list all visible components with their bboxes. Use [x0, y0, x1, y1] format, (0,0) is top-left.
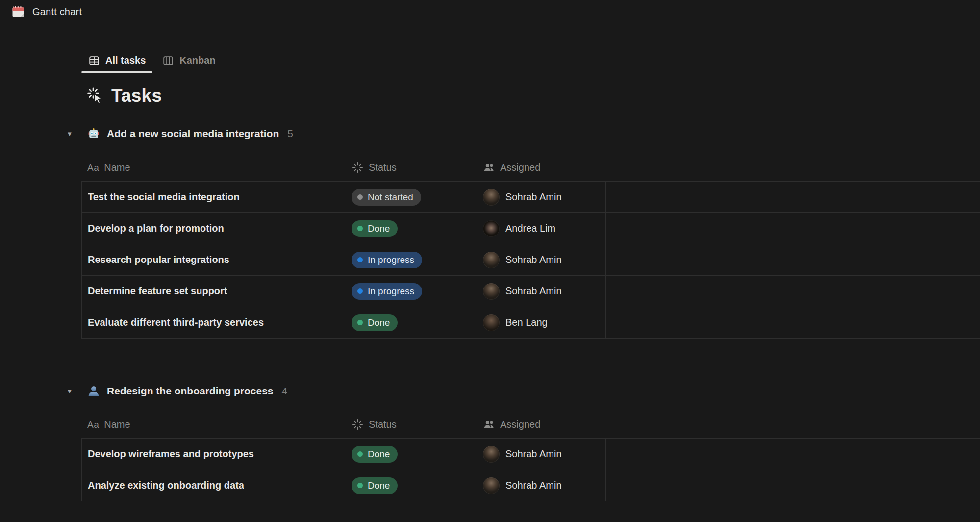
tab-label: All tasks [105, 55, 146, 66]
group-title-link[interactable]: Redesign the onboarding process [107, 385, 274, 397]
status-label: Not started [368, 192, 413, 203]
status-label: Done [368, 480, 390, 491]
table-header-row: Aa Name Status [81, 154, 980, 182]
column-header-name[interactable]: Aa Name [81, 154, 343, 181]
name-cell[interactable]: Determine feature set support [81, 276, 343, 307]
status-cell[interactable]: Done [343, 307, 471, 338]
row-spacer [606, 439, 980, 470]
status-label: Done [368, 317, 390, 328]
assignee-name: Sohrab Amin [505, 286, 562, 297]
collapse-toggle-icon[interactable]: ▼ [64, 130, 75, 138]
assigned-cell[interactable]: Sohrab Amin [471, 470, 606, 501]
table-icon [88, 55, 100, 67]
database-heading: Tasks [86, 83, 162, 108]
status-dot-icon [357, 257, 363, 262]
bust-silhouette-emoji [87, 385, 100, 397]
status-badge[interactable]: Done [352, 446, 398, 463]
status-badge[interactable]: Done [352, 477, 398, 494]
avatar [483, 252, 500, 268]
robot-emoji [87, 128, 100, 140]
row-spacer [606, 244, 980, 275]
group-title-link[interactable]: Add a new social media integration [107, 128, 279, 140]
status-badge[interactable]: In progress [352, 252, 422, 268]
avatar [483, 477, 500, 494]
tab-all-tasks[interactable]: All tasks [81, 50, 152, 72]
column-label: Status [369, 162, 397, 173]
avatar [483, 283, 500, 300]
name-cell[interactable]: Develop wireframes and prototypes [81, 439, 343, 470]
assigned-cell[interactable]: Sohrab Amin [471, 439, 606, 470]
column-label: Name [104, 419, 130, 430]
group-count: 5 [287, 128, 293, 140]
status-dot-icon [357, 451, 363, 457]
people-icon [483, 418, 495, 431]
table-row[interactable]: Analyze existing onboarding data Done So… [81, 470, 980, 501]
group-header: ▼ Add a new social media integration 5 [0, 124, 980, 144]
people-icon [483, 161, 495, 174]
status-cell[interactable]: Done [343, 470, 471, 501]
column-header-spacer [606, 154, 980, 181]
page-header: Gantt chart [11, 5, 82, 19]
status-badge[interactable]: Not started [352, 189, 421, 206]
assigned-cell[interactable]: Andrea Lim [471, 213, 606, 244]
click-cursor-icon[interactable] [86, 87, 104, 104]
task-name-link[interactable]: Analyze existing onboarding data [88, 480, 244, 491]
task-name-link[interactable]: Develop wireframes and prototypes [88, 448, 254, 460]
table-row[interactable]: Research popular integrations In progres… [81, 244, 980, 276]
task-name-link[interactable]: Determine feature set support [88, 286, 227, 297]
row-spacer [606, 470, 980, 501]
status-label: Done [368, 449, 390, 460]
tab-kanban[interactable]: Kanban [155, 50, 222, 72]
assignee-name: Sohrab Amin [505, 448, 562, 460]
status-dot-icon [357, 320, 363, 325]
collapse-toggle-icon[interactable]: ▼ [64, 388, 75, 395]
assigned-cell[interactable]: Ben Lang [471, 307, 606, 338]
status-dot-icon [357, 194, 363, 200]
column-header-status[interactable]: Status [343, 411, 471, 438]
table-header-row: Aa Name Status [81, 411, 980, 439]
status-cell[interactable]: Done [343, 213, 471, 244]
tab-label: Kanban [179, 55, 215, 66]
status-badge[interactable]: Done [352, 314, 398, 331]
assignee-name: Sohrab Amin [505, 254, 562, 265]
task-name-link[interactable]: Evaluate different third-party services [88, 317, 264, 328]
name-cell[interactable]: Develop a plan for promotion [81, 213, 343, 244]
assignee-name: Sohrab Amin [505, 191, 562, 203]
name-cell[interactable]: Analyze existing onboarding data [81, 470, 343, 501]
status-label: Done [368, 223, 390, 234]
table-row[interactable]: Determine feature set support In progres… [81, 276, 980, 307]
table-row[interactable]: Evaluate different third-party services … [81, 307, 980, 339]
status-cell[interactable]: In progress [343, 276, 471, 307]
column-label: Status [369, 419, 397, 430]
task-name-link[interactable]: Test the social media integration [88, 191, 240, 203]
assigned-cell[interactable]: Sohrab Amin [471, 276, 606, 307]
column-header-assigned[interactable]: Assigned [471, 411, 606, 438]
column-header-assigned[interactable]: Assigned [471, 154, 606, 181]
table-row[interactable]: Test the social media integration Not st… [81, 182, 980, 213]
column-header-status[interactable]: Status [343, 154, 471, 181]
spiral-calendar-icon[interactable] [11, 5, 25, 19]
task-name-link[interactable]: Research popular integrations [88, 254, 229, 265]
name-cell[interactable]: Test the social media integration [81, 182, 343, 212]
name-cell[interactable]: Research popular integrations [81, 244, 343, 275]
group-header: ▼ Redesign the onboarding process 4 [0, 381, 980, 401]
board-icon [162, 55, 174, 67]
name-cell[interactable]: Evaluate different third-party services [81, 307, 343, 338]
page-title: Gantt chart [32, 6, 82, 18]
table-row[interactable]: Develop a plan for promotion Done Andrea… [81, 213, 980, 244]
tasks-table: Aa Name Status [81, 411, 980, 501]
column-header-name[interactable]: Aa Name [81, 411, 343, 438]
status-cell[interactable]: In progress [343, 244, 471, 275]
assigned-cell[interactable]: Sohrab Amin [471, 244, 606, 275]
table-row[interactable]: Develop wireframes and prototypes Done S… [81, 439, 980, 470]
column-label: Assigned [500, 162, 540, 173]
column-label: Name [104, 162, 130, 173]
row-spacer [606, 307, 980, 338]
status-badge[interactable]: Done [352, 220, 398, 237]
status-badge[interactable]: In progress [352, 283, 422, 300]
status-cell[interactable]: Done [343, 439, 471, 470]
assigned-cell[interactable]: Sohrab Amin [471, 182, 606, 212]
column-header-spacer [606, 411, 980, 438]
status-cell[interactable]: Not started [343, 182, 471, 212]
task-name-link[interactable]: Develop a plan for promotion [88, 223, 224, 234]
